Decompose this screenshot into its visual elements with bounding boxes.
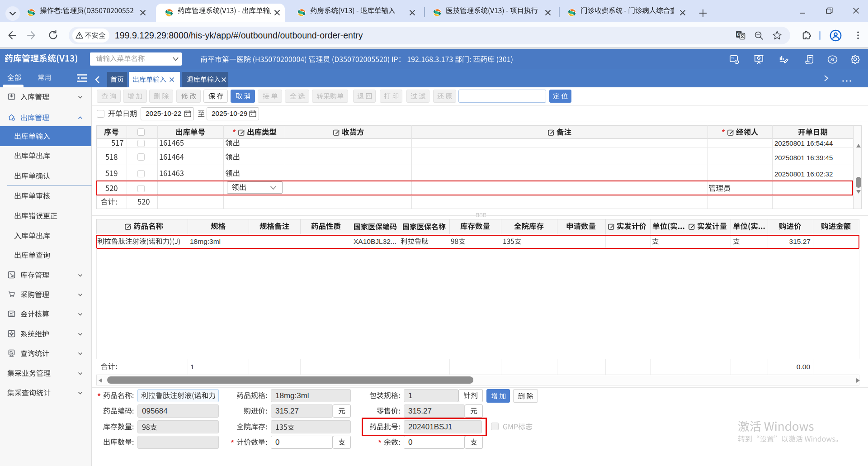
svg-text:SI: SI bbox=[830, 57, 835, 62]
svg-text:SI: SI bbox=[731, 57, 734, 60]
